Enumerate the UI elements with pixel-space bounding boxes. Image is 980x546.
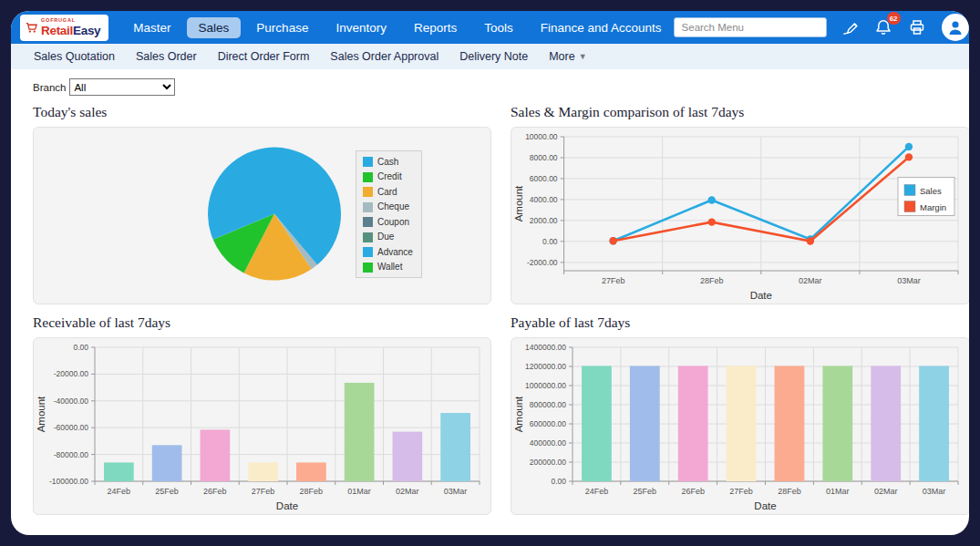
payable-bar-panel[interactable]: 1400000.001200000.001000000.00800000.006… xyxy=(511,337,969,515)
x-tick-label: 28Feb xyxy=(778,487,801,496)
bar-27Feb[interactable] xyxy=(248,462,278,481)
legend-swatch xyxy=(363,172,373,182)
x-tick-label: 25Feb xyxy=(155,487,179,496)
point-margin-28Feb[interactable] xyxy=(708,218,716,225)
menu-item-tools[interactable]: Tools xyxy=(472,16,525,39)
y-tick-label: 1200000.00 xyxy=(525,362,566,371)
search-input[interactable] xyxy=(674,17,827,37)
y-tick-label: -2000.00 xyxy=(527,258,558,267)
bar-25Feb[interactable] xyxy=(630,366,660,481)
sales-margin-line-panel[interactable]: 10000.008000.006000.004000.002000.000.00… xyxy=(511,127,969,304)
legend-item-wallet[interactable]: Wallet xyxy=(363,263,413,273)
theme-brush-button[interactable] xyxy=(841,19,859,36)
legend-swatch xyxy=(363,247,373,257)
x-tick-label: 28Feb xyxy=(300,487,324,496)
x-tick-label: 02Mar xyxy=(799,276,822,285)
legend-label: Cash xyxy=(377,158,398,167)
point-sales-28Feb[interactable] xyxy=(708,196,716,203)
menu-item-finance-accounts[interactable]: Finance and Accounts xyxy=(529,16,674,39)
legend-item-cheque[interactable]: Cheque xyxy=(363,202,413,212)
branch-label: Branch xyxy=(33,82,66,93)
bar-25Feb[interactable] xyxy=(152,445,182,481)
bar-28Feb[interactable] xyxy=(296,462,326,481)
menu-item-sales[interactable]: Sales xyxy=(187,17,242,38)
bar-26Feb[interactable] xyxy=(678,366,708,481)
notification-badge: 62 xyxy=(887,12,901,25)
submenu-more[interactable]: More ▼ xyxy=(549,50,586,63)
y-axis-label: Amount xyxy=(36,396,46,432)
submenu-sales-order-approval[interactable]: Sales Order Approval xyxy=(330,50,438,63)
user-avatar-button[interactable] xyxy=(942,14,969,41)
y-tick-label: 0.00 xyxy=(551,477,566,486)
y-tick-label: 6000.00 xyxy=(530,174,558,183)
legend-item-credit[interactable]: Credit xyxy=(363,172,413,182)
x-tick-label: 24Feb xyxy=(108,487,131,496)
legend-swatch xyxy=(363,202,373,212)
menu-item-inventory[interactable]: Inventory xyxy=(324,16,398,39)
x-tick-label: 02Mar xyxy=(874,487,898,496)
x-tick-label: 26Feb xyxy=(681,487,705,496)
y-tick-label: 4000.00 xyxy=(530,195,558,204)
x-axis-label: Date xyxy=(276,500,298,511)
bar-01Mar[interactable] xyxy=(822,366,852,481)
legend-swatch xyxy=(363,263,373,273)
bar-03Mar[interactable] xyxy=(440,413,470,481)
menu-item-master[interactable]: Master xyxy=(121,16,182,39)
bar-24Feb[interactable] xyxy=(104,462,134,481)
y-tick-label: 10000.00 xyxy=(525,132,558,141)
point-margin-02Mar[interactable] xyxy=(807,237,814,244)
x-tick-label: 03Mar xyxy=(444,487,468,496)
legend-item-cash[interactable]: Cash xyxy=(363,157,413,167)
todays-sales-pie-panel[interactable]: CashCreditCardChequeCouponDueAdvanceWall… xyxy=(33,127,491,304)
bar-01Mar[interactable] xyxy=(345,383,375,481)
submenu-direct-order-form[interactable]: Direct Order Form xyxy=(218,50,310,63)
y-tick-label: 200000.00 xyxy=(530,458,566,467)
x-tick-label: 27Feb xyxy=(729,487,753,496)
y-tick-label: -80000.00 xyxy=(54,450,89,459)
branch-select[interactable]: All xyxy=(69,78,175,96)
y-tick-label: -60000.00 xyxy=(54,423,89,432)
legend-label: Coupon xyxy=(377,218,409,227)
x-tick-label: 28Feb xyxy=(700,276,724,285)
point-sales-03Mar[interactable] xyxy=(905,143,913,150)
bar-28Feb[interactable] xyxy=(775,366,805,481)
chart-title-payable: Payable of last 7days xyxy=(511,314,969,331)
y-tick-label: 0.00 xyxy=(542,237,558,246)
point-margin-03Mar[interactable] xyxy=(905,153,913,160)
submenu-delivery-note[interactable]: Delivery Note xyxy=(459,50,528,63)
top-navbar: GOFRUGAL RetailEasy Master Sales Purchas… xyxy=(11,11,969,44)
legend-item-advance[interactable]: Advance xyxy=(363,247,413,257)
print-button[interactable] xyxy=(908,18,926,36)
x-tick-label: 03Mar xyxy=(897,276,921,285)
submenu-sales-order[interactable]: Sales Order xyxy=(136,50,197,63)
submenu-sales-quotation[interactable]: Sales Quotation xyxy=(34,50,115,63)
y-axis-label: Amount xyxy=(513,185,524,221)
legend-label: Card xyxy=(377,188,397,197)
chart-title-sales-margin: Sales & Margin comparison of last 7days xyxy=(511,104,969,120)
legend-swatch-margin[interactable] xyxy=(904,201,915,212)
legend-swatch-sales[interactable] xyxy=(904,185,915,196)
bar-02Mar[interactable] xyxy=(393,432,423,481)
y-tick-label: 8000.00 xyxy=(530,153,558,162)
y-tick-label: -100000.00 xyxy=(49,477,88,486)
bar-03Mar[interactable] xyxy=(919,366,949,481)
pie-legend: CashCreditCardChequeCouponDueAdvanceWall… xyxy=(356,150,422,278)
menu-item-reports[interactable]: Reports xyxy=(402,16,469,39)
legend-label: Credit xyxy=(377,172,402,181)
y-tick-label: 400000.00 xyxy=(530,438,566,448)
menu-item-purchase[interactable]: Purchase xyxy=(244,16,320,39)
legend-item-coupon[interactable]: Coupon xyxy=(363,217,413,227)
app-window: GOFRUGAL RetailEasy Master Sales Purchas… xyxy=(11,11,969,535)
legend-swatch xyxy=(363,232,373,242)
bar-27Feb[interactable] xyxy=(727,366,757,481)
brand-logo[interactable]: GOFRUGAL RetailEasy xyxy=(20,15,108,41)
bar-02Mar[interactable] xyxy=(871,366,901,481)
bar-26Feb[interactable] xyxy=(201,429,231,481)
notifications-button[interactable]: 62 xyxy=(874,18,892,36)
point-margin-27Feb[interactable] xyxy=(609,237,616,244)
receivable-bar-panel[interactable]: 0.00-20000.00-40000.00-60000.00-80000.00… xyxy=(33,337,491,515)
charts-grid: Today's sales CashCreditCardChequeCoupon… xyxy=(22,99,959,515)
legend-item-due[interactable]: Due xyxy=(363,232,413,242)
bar-24Feb[interactable] xyxy=(582,366,612,481)
legend-item-card[interactable]: Card xyxy=(363,187,413,197)
